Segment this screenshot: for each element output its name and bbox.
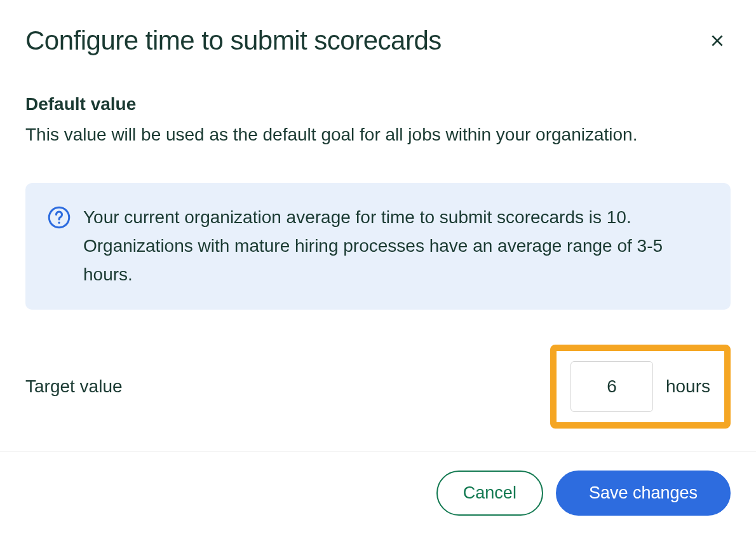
target-value-row: Target value hours (25, 345, 731, 429)
help-icon-wrapper (48, 203, 71, 289)
dialog-footer: Cancel Save changes (0, 451, 756, 535)
configure-dialog: Configure time to submit scorecards Defa… (0, 0, 756, 535)
svg-point-3 (58, 222, 60, 224)
section-description: This value will be used as the default g… (25, 121, 731, 148)
cancel-button[interactable]: Cancel (436, 471, 543, 516)
help-icon (48, 206, 71, 229)
dialog-header: Configure time to submit scorecards (25, 25, 731, 56)
info-banner: Your current organization average for ti… (25, 183, 731, 309)
target-value-unit: hours (666, 376, 710, 397)
close-button[interactable] (704, 27, 731, 54)
close-icon (709, 32, 726, 49)
dialog-content: Configure time to submit scorecards Defa… (0, 0, 756, 451)
section-heading: Default value (25, 94, 731, 114)
info-banner-text: Your current organization average for ti… (83, 203, 708, 289)
target-value-input[interactable] (570, 361, 653, 412)
dialog-title: Configure time to submit scorecards (25, 25, 442, 56)
save-changes-button[interactable]: Save changes (556, 471, 731, 516)
target-value-label: Target value (25, 376, 123, 397)
default-value-section: Default value This value will be used as… (25, 94, 731, 148)
target-value-input-group: hours (550, 345, 731, 429)
